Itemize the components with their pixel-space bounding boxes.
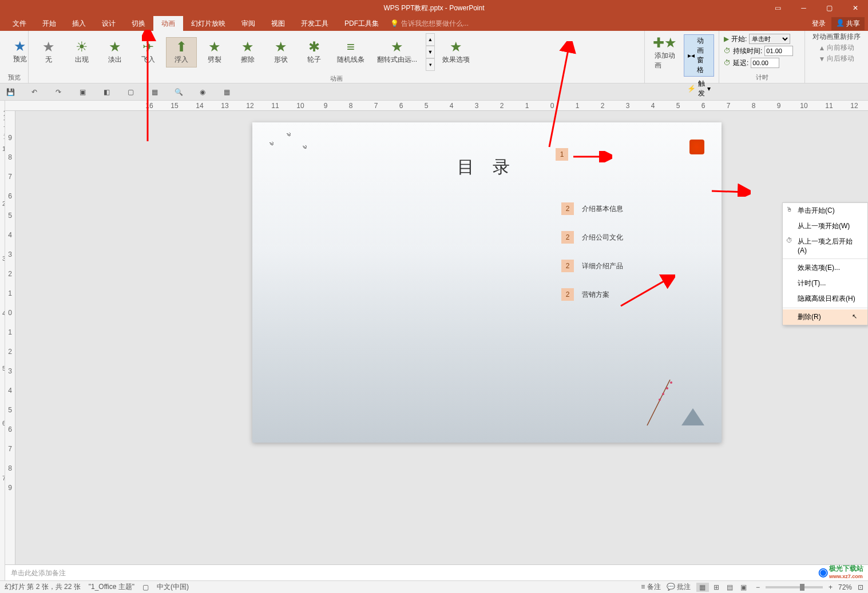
animation-pane-button[interactable]: ▸◂动画窗格 (684, 34, 714, 77)
close-button[interactable]: ✕ (842, 0, 868, 16)
anim-split[interactable]: ★劈裂 (199, 37, 230, 67)
gallery-down[interactable]: ▼ (426, 46, 435, 58)
qat-icon[interactable]: ◉ (197, 86, 208, 98)
ctx-after-prev[interactable]: ⏱从上一项之后开始(A) (783, 234, 867, 257)
slide-text[interactable]: 介绍公司文化 (582, 233, 623, 242)
notes-pane[interactable]: 单击此处添加备注 (5, 564, 868, 580)
move-forward[interactable]: ▲向前移动 (819, 43, 855, 53)
slide[interactable]: ༄ ༄ ༄ 1 目 录 2介绍基本信息 2介绍公司文化 2详细介绍产品 2营销方… (252, 122, 722, 443)
editor-area: 1615141312111098765432101234567891011121… (5, 101, 868, 580)
slide-thumbnails[interactable]: ◢ 第一章 1★ 2★目录 3★ 4★ 5★ 6★ 7★ (0, 101, 5, 580)
share-button[interactable]: 👤共享 (831, 17, 865, 30)
anim-wheel[interactable]: ✱轮子 (299, 37, 330, 67)
start-from-beginning-icon[interactable]: ▣ (77, 86, 88, 98)
gallery-up[interactable]: ▲ (426, 33, 435, 46)
effect-options-button[interactable]: ★效果选项 (437, 37, 475, 67)
ctx-timing[interactable]: 计时(T)... (783, 276, 867, 291)
qat-icon[interactable]: ▦ (149, 86, 160, 98)
qat-icon[interactable]: ▦ (221, 86, 232, 98)
tab-developer[interactable]: 开发工具 (293, 16, 336, 31)
tab-design[interactable]: 设计 (94, 16, 124, 31)
star-icon: ★ (208, 40, 221, 54)
spell-icon[interactable]: ▢ (142, 583, 149, 591)
anim-shape[interactable]: ★形状 (265, 37, 296, 67)
zoom-out-icon[interactable]: − (756, 583, 760, 591)
delay-input[interactable] (751, 58, 779, 68)
star-icon: ★ (42, 40, 55, 54)
undo-icon[interactable]: ↶ (29, 86, 40, 98)
duration-input[interactable] (764, 46, 793, 56)
star-icon: ★ (14, 39, 26, 53)
gallery-more[interactable]: ▾ (426, 58, 435, 71)
ctx-remove[interactable]: 删除(R)↖ (783, 309, 867, 325)
star-icon: ★ (275, 40, 287, 54)
move-backward[interactable]: ▼向后移动 (819, 54, 855, 63)
tab-transition[interactable]: 切换 (124, 16, 153, 31)
anim-randombars[interactable]: ≡随机线条 (332, 37, 370, 67)
anim-number-badge[interactable]: 2 (561, 288, 574, 301)
anim-number-badge[interactable]: 2 (561, 202, 574, 215)
anim-flyin[interactable]: ✈飞入 (133, 37, 164, 67)
vertical-ruler[interactable]: 9876543210123456789 (5, 111, 15, 564)
fit-view-icon[interactable]: ⊡ (858, 583, 863, 591)
anim-fade[interactable]: ★淡出 (100, 37, 130, 67)
maximize-button[interactable]: ▢ (817, 0, 842, 16)
anim-flip[interactable]: ★翻转式由远... (372, 37, 422, 67)
zoom-in-icon[interactable]: + (829, 583, 833, 591)
slide-title[interactable]: 目 录 (457, 156, 517, 179)
slide-text[interactable]: 介绍基本信息 (582, 204, 623, 214)
anim-number-badge[interactable]: 2 (561, 231, 574, 244)
tab-animation[interactable]: 动画 (153, 16, 183, 31)
anim-float[interactable]: ⬆浮入 (166, 37, 197, 67)
slide-text[interactable]: 营销方案 (582, 290, 609, 300)
language[interactable]: 中文(中国) (157, 582, 189, 592)
lightbulb-icon: 💡 (390, 19, 399, 27)
ctx-hide-advanced[interactable]: 隐藏高级日程表(H) (783, 291, 867, 307)
zoom-slider[interactable] (766, 586, 823, 588)
horizontal-ruler[interactable]: 1615141312111098765432101234567891011121… (5, 101, 868, 111)
anim-wipe[interactable]: ★擦除 (232, 37, 263, 67)
tab-view[interactable]: 视图 (263, 16, 293, 31)
tellme-search[interactable]: 💡 告诉我您想要做什么... (390, 19, 469, 29)
redo-icon[interactable]: ↷ (53, 86, 64, 98)
slide-text[interactable]: 详细介绍产品 (582, 261, 623, 271)
tab-home[interactable]: 开始 (34, 16, 64, 31)
anim-number-badge[interactable]: 2 (561, 260, 574, 272)
anim-none[interactable]: ★无 (33, 37, 64, 67)
normal-view-icon[interactable]: ▦ (696, 583, 709, 592)
comments-button[interactable]: 💬 批注 (667, 582, 691, 592)
ctx-with-prev[interactable]: 从上一项开始(W) (783, 218, 867, 234)
qat-icon[interactable]: 🔍 (173, 86, 184, 98)
tab-slideshow[interactable]: 幻灯片放映 (183, 16, 233, 31)
section-header[interactable]: ◢ 第一章 (2, 103, 5, 144)
tab-file[interactable]: 文件 (5, 16, 34, 31)
tab-insert[interactable]: 插入 (64, 16, 94, 31)
office-logo-icon (689, 140, 704, 154)
sorter-view-icon[interactable]: ⊞ (710, 583, 723, 592)
anim-number-badge[interactable]: 1 (556, 148, 568, 161)
qat-icon[interactable]: ◧ (101, 86, 112, 98)
qat-icon[interactable]: ▢ (125, 86, 136, 98)
title-bar: WPS PPT教程.pptx - PowerPoint ▭ ─ ▢ ✕ (0, 0, 868, 16)
ribbon-options-icon[interactable]: ▭ (765, 0, 791, 16)
svg-point-0 (662, 393, 664, 395)
ctx-click-start[interactable]: 🖱单击开始(C) (783, 203, 867, 218)
zoom-level[interactable]: 72% (838, 583, 852, 591)
trigger-button[interactable]: ⚡触发▾ (684, 78, 714, 100)
notes-button[interactable]: ≡ 备注 (641, 582, 660, 592)
ctx-effect-options[interactable]: 效果选项(E)... (783, 260, 867, 276)
slide-canvas[interactable]: ༄ ༄ ༄ 1 目 录 2介绍基本信息 2介绍公司文化 2详细介绍产品 2营销方… (15, 111, 868, 564)
reading-view-icon[interactable]: ▤ (724, 583, 736, 592)
minimize-button[interactable]: ─ (791, 0, 817, 16)
star-icon: ★ (241, 40, 254, 54)
save-icon[interactable]: 💾 (5, 86, 16, 98)
login-link[interactable]: 登录 (812, 19, 826, 29)
tab-review[interactable]: 审阅 (233, 16, 263, 31)
anim-appear[interactable]: ☀出现 (66, 37, 97, 67)
tab-pdf[interactable]: PDF工具集 (336, 16, 387, 31)
quick-access-toolbar: 💾 ↶ ↷ ▣ ◧ ▢ ▦ 🔍 ◉ ▦ (0, 83, 868, 101)
start-select[interactable]: 单击时 (749, 34, 790, 44)
mouse-icon: 🖱 (786, 206, 792, 213)
slideshow-view-icon[interactable]: ▣ (738, 583, 750, 592)
add-animation-button[interactable]: ✚★添加动画 (649, 33, 680, 73)
